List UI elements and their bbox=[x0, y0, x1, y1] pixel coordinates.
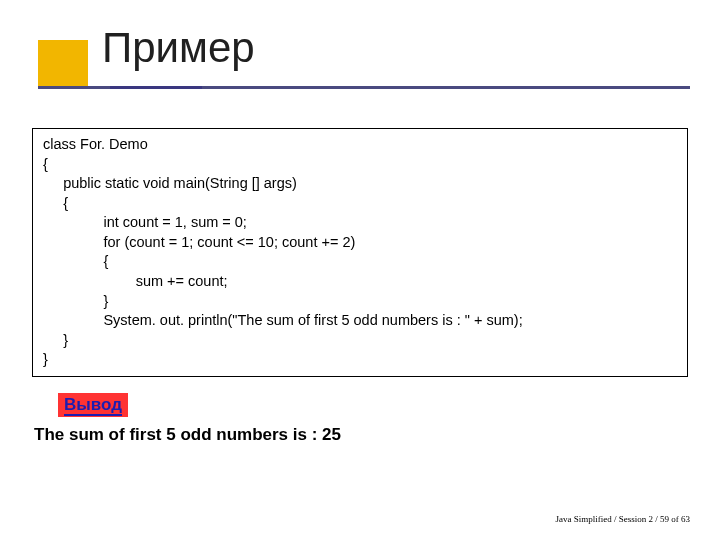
accent-box bbox=[38, 40, 88, 86]
slide: Пример class For. Demo { public static v… bbox=[0, 0, 720, 540]
code-block: class For. Demo { public static void mai… bbox=[32, 128, 688, 377]
output-label-box: Вывод bbox=[58, 393, 128, 417]
slide-title: Пример bbox=[102, 24, 255, 72]
footer-text: Java Simplified / Session 2 / 59 of 63 bbox=[556, 514, 691, 524]
output-text: The sum of first 5 odd numbers is : 25 bbox=[34, 425, 690, 445]
title-area: Пример bbox=[30, 30, 690, 110]
output-label: Вывод bbox=[64, 395, 122, 416]
title-underline-accent bbox=[110, 86, 202, 89]
